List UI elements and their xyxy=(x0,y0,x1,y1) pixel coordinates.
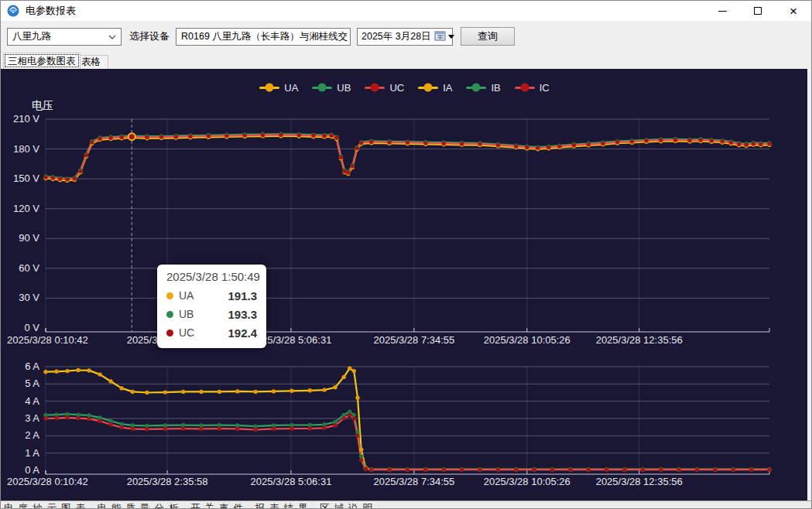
legend-label: UB xyxy=(337,82,351,94)
y-tick-label: 90 V xyxy=(19,232,39,244)
chevron-down-icon xyxy=(104,31,121,42)
legend-dot-icon xyxy=(371,84,379,92)
series-marker xyxy=(51,176,55,179)
series-marker xyxy=(90,140,94,144)
minimize-icon xyxy=(718,11,727,12)
area-select[interactable]: 八里九路 xyxy=(7,28,122,46)
series-marker xyxy=(120,135,124,139)
series-marker xyxy=(253,390,257,394)
series-marker xyxy=(339,155,343,159)
chart-legend[interactable]: UAUBUCIAIBIC xyxy=(1,80,808,95)
series-marker xyxy=(333,385,337,389)
tooltip-series-dot xyxy=(166,292,173,299)
date-picker[interactable]: 2025年 3月28日 xyxy=(357,28,453,46)
app-window: 电参数报表 × 八里九路 选择设备 R0169 八里九路（长丰路）与湘桂线交 2… xyxy=(0,0,812,509)
series-marker xyxy=(550,467,554,471)
series-marker xyxy=(721,139,725,143)
series-line-ic xyxy=(46,415,769,470)
background-window-strip: 电度抄示图表 电能质量分析 开关事件 报表结果 区域说明 xyxy=(1,500,811,508)
series-marker xyxy=(322,388,326,391)
series-marker xyxy=(297,133,301,137)
tooltip-series-dot xyxy=(166,330,173,336)
series-marker xyxy=(174,135,178,138)
series-line-ia xyxy=(46,368,769,470)
x-tick-label: 2025/3/28 10:05:26 xyxy=(484,476,570,487)
series-marker xyxy=(442,142,446,145)
x-tick-label: 2025/3/28 12:35:56 xyxy=(596,334,683,346)
series-marker xyxy=(767,142,771,145)
app-icon xyxy=(7,5,19,17)
y-tick-label: 2 A xyxy=(25,429,39,441)
series-marker xyxy=(87,417,91,421)
y-tick-label: 0 A xyxy=(25,464,39,476)
series-marker xyxy=(65,369,69,373)
maximize-button[interactable] xyxy=(740,1,776,21)
series-marker xyxy=(737,142,741,146)
series-marker xyxy=(536,146,540,150)
series-marker xyxy=(43,175,47,179)
voltage-chart[interactable]: 210 V180 V150 V120 V90 V60 V30 V0 V2025/… xyxy=(1,69,808,349)
series-marker xyxy=(442,467,446,471)
legend-item-ub[interactable]: UB xyxy=(312,82,351,94)
chart-panel: UAUBUCIAIBIC 210 V180 V150 V120 V90 V60 … xyxy=(1,69,808,502)
series-marker xyxy=(330,134,334,138)
close-button[interactable]: × xyxy=(776,1,811,21)
tab-three-phase-chart[interactable]: 三相电参数图表 xyxy=(3,53,81,69)
series-marker xyxy=(731,467,735,471)
series-marker xyxy=(644,138,648,142)
series-marker xyxy=(587,142,591,146)
series-marker xyxy=(279,133,283,137)
series-marker xyxy=(729,141,733,145)
series-marker xyxy=(759,142,762,146)
y-tick-label: 0 V xyxy=(24,322,39,333)
tab-chart-label: 三相电参数图表 xyxy=(8,55,76,68)
legend-dot-icon xyxy=(472,84,481,92)
tooltip-series-name: UC xyxy=(179,326,194,339)
calendar-icon xyxy=(434,30,446,43)
series-marker xyxy=(73,176,77,180)
series-marker xyxy=(369,140,373,144)
series-marker xyxy=(311,134,315,138)
legend-item-ia[interactable]: IA xyxy=(418,82,452,94)
series-marker xyxy=(131,427,135,431)
current-chart[interactable]: 6 A5 A4 A3 A2 A1 A0 A2025/3/28 0:10:4220… xyxy=(1,349,808,502)
chart-title: 电压 xyxy=(32,99,53,111)
tooltip-row: UA191.3 xyxy=(166,286,257,305)
device-select[interactable]: R0169 八里九路（长丰路）与湘桂线交 xyxy=(176,28,351,46)
query-button[interactable]: 查询 xyxy=(461,27,515,46)
area-select-value: 八里九路 xyxy=(12,30,51,43)
hovered-point-ring xyxy=(128,133,135,140)
series-marker xyxy=(181,390,185,394)
series-line-ib xyxy=(46,412,769,470)
legend-label: IB xyxy=(491,82,500,94)
series-marker xyxy=(532,467,536,471)
legend-line-icon xyxy=(365,87,385,89)
series-marker xyxy=(163,427,167,431)
legend-item-ua[interactable]: UA xyxy=(259,82,298,94)
series-marker xyxy=(622,467,626,471)
series-marker xyxy=(87,368,91,372)
toolbar: 八里九路 选择设备 R0169 八里九路（长丰路）与湘桂线交 2025年 3月2… xyxy=(1,21,811,52)
series-marker xyxy=(199,390,203,394)
x-tick-label: 2025/3/28 2:35:58 xyxy=(127,476,208,487)
series-marker xyxy=(744,143,748,147)
legend-item-uc[interactable]: UC xyxy=(365,82,404,94)
dropdown-arrow-icon xyxy=(448,35,454,39)
y-tick-label: 3 A xyxy=(25,412,39,424)
series-marker xyxy=(630,139,634,143)
series-marker xyxy=(235,427,239,431)
series-marker xyxy=(334,136,338,140)
series-marker xyxy=(78,169,82,173)
series-marker xyxy=(145,427,149,431)
series-marker xyxy=(460,142,464,145)
series-marker xyxy=(359,448,363,452)
legend-item-ib[interactable]: IB xyxy=(466,82,500,94)
series-marker xyxy=(84,153,88,157)
series-marker xyxy=(359,141,363,145)
device-select-value: R0169 八里九路（长丰路）与湘桂线交 xyxy=(181,30,348,43)
series-marker xyxy=(242,133,246,137)
series-marker xyxy=(423,141,427,145)
series-marker xyxy=(163,390,167,394)
legend-item-ic[interactable]: IC xyxy=(515,82,550,94)
minimize-button[interactable] xyxy=(704,1,740,21)
